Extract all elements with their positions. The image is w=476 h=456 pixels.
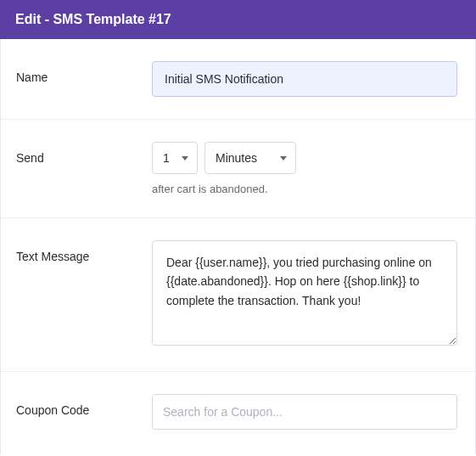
row-message: Text Message — [1, 218, 475, 372]
send-delay-unit-select[interactable]: Minutes — [204, 142, 296, 174]
name-label: Name — [16, 61, 152, 87]
send-delay-value-select[interactable]: 1 — [152, 142, 198, 174]
chevron-down-icon — [280, 156, 287, 160]
modal-header: Edit - SMS Template #17 — [0, 0, 476, 39]
row-coupon: Coupon Code — [1, 372, 475, 452]
chevron-down-icon — [182, 156, 188, 160]
message-textarea[interactable] — [152, 240, 457, 346]
send-hint: after cart is abandoned. — [152, 183, 460, 195]
row-name: Name — [1, 39, 475, 120]
message-label: Text Message — [16, 240, 152, 266]
coupon-input[interactable] — [152, 394, 457, 430]
send-delay-unit: Minutes — [216, 151, 257, 165]
row-send: Send 1 Minutes after cart is abandoned. — [1, 120, 475, 218]
modal-title: Edit - SMS Template #17 — [15, 12, 171, 26]
send-label: Send — [16, 142, 152, 167]
form-panel: Name Send 1 Minutes after cart is abando… — [0, 39, 476, 454]
send-delay-value: 1 — [163, 151, 170, 165]
coupon-label: Coupon Code — [16, 394, 152, 419]
name-input[interactable] — [152, 61, 457, 97]
